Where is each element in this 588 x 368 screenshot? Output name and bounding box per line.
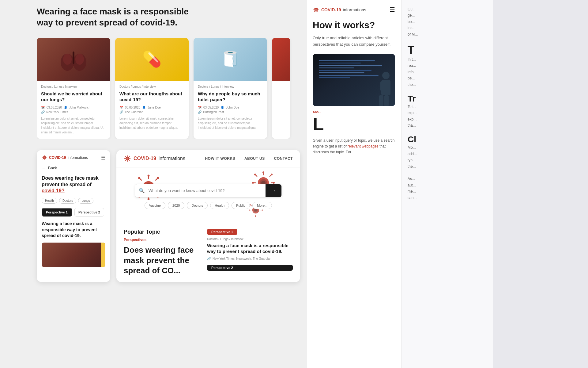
perspective-tab-2[interactable]: Perspective 2 — [74, 208, 104, 217]
card-title: Should we be worried about our lungs? — [41, 91, 106, 103]
yellow-accent-bar — [101, 243, 105, 267]
popular-left: Popular Topic Perspectives Does wearing … — [124, 229, 201, 276]
popular-section: Popular Topic Perspectives Does wearing … — [116, 223, 300, 282]
hamburger-menu-icon[interactable]: ☰ — [101, 155, 105, 161]
right-body-text: Given a user input query or topic, we us… — [313, 138, 395, 155]
mobile-tags: Health Doctors Lungs — [42, 198, 105, 204]
search-input[interactable] — [149, 185, 266, 197]
card-date-author: 📅 03.05.2020 👤 John Doe — [198, 106, 263, 109]
article-card[interactable] — [272, 38, 290, 139]
svg-rect-2 — [73, 52, 74, 64]
search-icon: 🔍 — [135, 188, 149, 194]
card-text: Lorem ipsum dolor sit amet, consectetur … — [41, 116, 106, 135]
user-icon: 👤 — [64, 106, 67, 109]
card-text: Lorem ipsum dolor sit amet, consectetur … — [119, 116, 184, 130]
back-button[interactable]: ← Back — [42, 166, 105, 170]
about-label: Abo... — [313, 110, 395, 114]
card-image-red — [272, 38, 290, 81]
article-card[interactable]: 💊 Doctors / Lungs / Interview What are o… — [115, 38, 189, 139]
brand-covid-sm: COVID-19 — [49, 155, 66, 160]
svg-line-24 — [125, 160, 126, 161]
svg-point-54 — [273, 182, 275, 184]
article-meta: Doctors / Lungs / Interview — [207, 237, 293, 241]
mobile-logo: COVID-19 informations — [42, 155, 88, 160]
perspectives-label: Perspectives — [124, 238, 201, 242]
article-title-main: Wearing a face mask is a responsible way… — [207, 243, 293, 255]
svg-line-36 — [140, 179, 141, 180]
nav-links: HOW IT WORKS ABOUT US CONTACT — [205, 156, 293, 161]
about-section: Abo... L Given a user input query or top… — [313, 110, 395, 155]
tag-health[interactable]: Health — [42, 198, 57, 204]
svg-line-14 — [43, 159, 43, 159]
search-tag-health[interactable]: Health — [210, 202, 229, 209]
far-right-panel: Ou...ge...bo...inc...of M... T In t...re… — [401, 0, 493, 368]
mobile-article-title: Wearing a face mask is a responsible way… — [42, 221, 105, 239]
svg-line-82 — [314, 8, 315, 9]
person-silhouette — [368, 69, 392, 106]
source-link-icon: 🔗 — [207, 257, 211, 260]
nav-contact[interactable]: CONTACT — [274, 156, 293, 161]
how-it-works-desc: Only true and reliable articles with dif… — [313, 35, 395, 48]
card-title: What are our thougths about covid-19? — [119, 91, 184, 103]
far-right-section-T: T In t...rea...info...be...the... — [408, 44, 487, 88]
link-icon: 🔗 — [41, 110, 45, 114]
search-tag-2020[interactable]: 2020 — [168, 202, 184, 209]
svg-line-84 — [317, 8, 318, 9]
card-title: Why do people buy so much toilet paper? — [198, 91, 263, 103]
far-right-big-Cl: Cl — [408, 135, 487, 144]
search-tag-more[interactable]: More... — [252, 202, 272, 209]
svg-line-22 — [129, 160, 130, 161]
article-card[interactable]: 🧻 Doctors / Lungs / Interview Why do peo… — [194, 38, 267, 139]
svg-line-85 — [314, 11, 315, 12]
svg-line-23 — [129, 156, 130, 157]
svg-point-3 — [63, 54, 72, 65]
user-icon: 👤 — [221, 106, 224, 109]
hamburger-right-icon[interactable]: ☰ — [390, 6, 395, 13]
search-tag-public[interactable]: Public — [232, 202, 250, 209]
article-card[interactable]: Doctors / Lungs / Interview Should we be… — [37, 38, 110, 139]
svg-rect-89 — [379, 95, 383, 106]
card-source: 🔗 Huffington Post — [198, 110, 263, 114]
tag-doctors[interactable]: Doctors — [59, 198, 76, 204]
svg-point-60 — [271, 174, 273, 175]
perspective2-badge[interactable]: Perspective 2 — [207, 265, 293, 271]
nav-about-us[interactable]: ABOUT US — [244, 156, 265, 161]
card-source: 🔗 New York Times — [41, 110, 106, 114]
card-category: Doctors / Lungs / Interview — [119, 85, 184, 88]
left-panel: Wearing a face mask is a responsible way… — [0, 0, 306, 368]
far-right-text-intro: Ou...ge...bo...inc...of M... — [408, 6, 487, 37]
right-virus-logo-icon — [313, 6, 319, 13]
svg-rect-90 — [384, 95, 389, 106]
svg-point-56 — [254, 174, 256, 175]
right-brand-info: informations — [343, 7, 366, 12]
website-nav: COVID-19 informations HOW IT WORKS ABOUT… — [116, 150, 300, 167]
link-icon: 🔗 — [198, 110, 202, 114]
perspective-tab-1[interactable]: Perspective 1 — [42, 208, 72, 217]
search-tags: Vaccine 2020 Doctors Health Public More.… — [145, 202, 272, 209]
website-brand-covid: COVID-19 — [134, 156, 156, 161]
search-tag-doctors[interactable]: Doctors — [187, 202, 208, 209]
website-virus-logo-icon — [124, 155, 131, 162]
tag-lungs[interactable]: Lungs — [78, 198, 93, 204]
search-tag-vaccine[interactable]: Vaccine — [145, 202, 165, 209]
lungs-illustration — [58, 45, 89, 73]
cards-row: Doctors / Lungs / Interview Should we be… — [37, 38, 300, 139]
svg-point-37 — [138, 177, 140, 179]
svg-point-6 — [43, 157, 45, 159]
how-it-works-title: How it works? — [313, 20, 395, 31]
search-submit-button[interactable]: → — [266, 184, 281, 197]
card-image-toilet: 🧻 — [194, 38, 267, 81]
perspective1-badge[interactable]: Perspective 1 — [207, 229, 237, 235]
card-category: Doctors / Lungs / Interview — [198, 85, 263, 88]
far-right-big-Tr: Tr — [408, 94, 487, 104]
mobile-question: Does wearing face mask prevent the sprea… — [42, 175, 105, 194]
far-right-text-Cl: Mo...add...typ...the... As...aut...me...… — [408, 144, 487, 201]
website-panel: COVID-19 informations HOW IT WORKS ABOUT… — [116, 150, 300, 282]
nav-how-it-works[interactable]: HOW IT WORKS — [205, 156, 235, 161]
virus-logo-icon — [42, 155, 47, 160]
back-arrow-icon: ← — [42, 166, 46, 170]
user-icon: 👤 — [142, 106, 146, 109]
svg-line-12 — [45, 159, 46, 159]
far-right-section-Tr: Tr To i...exp...exp...tha... — [408, 94, 487, 129]
far-right-text-Tr: To i...exp...exp...tha... — [408, 104, 487, 129]
